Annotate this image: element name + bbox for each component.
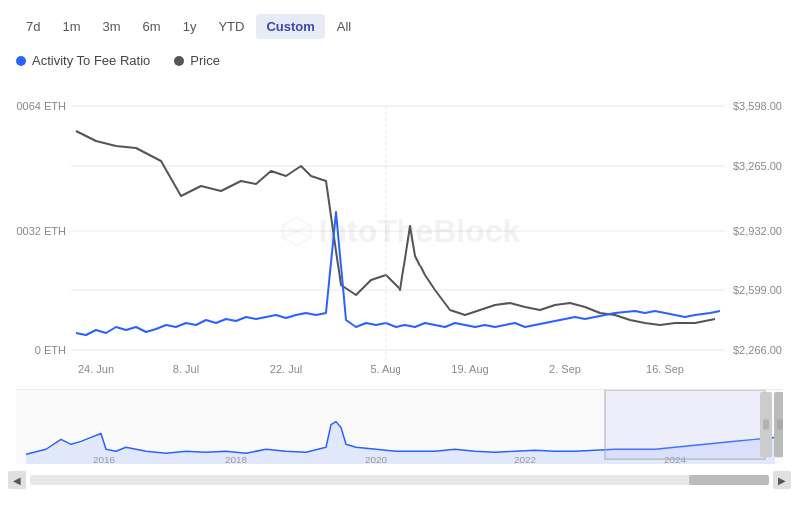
- svg-text:$2,932.00: $2,932.00: [733, 225, 782, 237]
- legend-label-price: Price: [190, 53, 220, 68]
- bottom-bar: ◀ ▶: [0, 469, 799, 491]
- svg-rect-31: [605, 390, 765, 459]
- svg-text:8. Jul: 8. Jul: [173, 363, 199, 375]
- scroll-thumb[interactable]: [689, 475, 769, 485]
- time-btn-ytd[interactable]: YTD: [208, 14, 254, 39]
- main-container: 7d1m3m6m1yYTDCustomAll Activity To Fee R…: [0, 0, 799, 532]
- svg-text:0.0064 ETH: 0.0064 ETH: [16, 100, 66, 112]
- time-btn-3m[interactable]: 3m: [93, 14, 131, 39]
- svg-text:2022: 2022: [514, 454, 537, 465]
- legend-item-price: Price: [174, 53, 220, 68]
- svg-text:$2,599.00: $2,599.00: [733, 284, 782, 296]
- svg-text:19. Aug: 19. Aug: [451, 363, 488, 375]
- svg-text:16. Sep: 16. Sep: [646, 363, 684, 375]
- svg-text:22. Jul: 22. Jul: [270, 363, 302, 375]
- svg-text:$2,266.00: $2,266.00: [733, 344, 782, 356]
- legend-label-activity: Activity To Fee Ratio: [32, 53, 150, 68]
- time-btn-7d[interactable]: 7d: [16, 14, 50, 39]
- legend-dot-dark: [174, 56, 184, 66]
- scroll-right-button[interactable]: ▶: [773, 471, 791, 489]
- mini-chart-svg: 2016 2018 2020 2022 2024: [16, 390, 783, 469]
- scroll-left-button[interactable]: ◀: [8, 471, 26, 489]
- svg-text:0 ETH: 0 ETH: [35, 344, 66, 356]
- svg-text:5. Aug: 5. Aug: [370, 363, 400, 375]
- time-btn-custom[interactable]: Custom: [256, 14, 324, 39]
- time-btn-6m[interactable]: 6m: [133, 14, 171, 39]
- scroll-track[interactable]: [30, 475, 769, 485]
- svg-text:$3,598.00: $3,598.00: [733, 100, 782, 112]
- mini-chart: 2016 2018 2020 2022 2024: [16, 389, 783, 469]
- time-range-bar: 7d1m3m6m1yYTDCustomAll: [0, 0, 799, 49]
- time-btn-all[interactable]: All: [327, 14, 361, 39]
- svg-text:2020: 2020: [365, 454, 388, 465]
- legend-item-activity: Activity To Fee Ratio: [16, 53, 150, 68]
- main-chart: IntoTheBlock 0.0064 ETH 0.0032 ETH 0 ETH…: [16, 76, 783, 385]
- svg-text:0.0032 ETH: 0.0032 ETH: [16, 225, 66, 237]
- time-btn-1m[interactable]: 1m: [52, 14, 90, 39]
- main-chart-svg: 0.0064 ETH 0.0032 ETH 0 ETH $3,598.00 $3…: [16, 76, 783, 385]
- time-btn-1y[interactable]: 1y: [173, 14, 207, 39]
- svg-text:2018: 2018: [225, 454, 248, 465]
- svg-text:2016: 2016: [93, 454, 116, 465]
- svg-text:2. Sep: 2. Sep: [549, 363, 581, 375]
- legend-dot-blue: [16, 56, 26, 66]
- legend: Activity To Fee Ratio Price: [0, 49, 799, 76]
- svg-text:24. Jun: 24. Jun: [78, 363, 114, 375]
- svg-text:$3,265.00: $3,265.00: [733, 160, 782, 172]
